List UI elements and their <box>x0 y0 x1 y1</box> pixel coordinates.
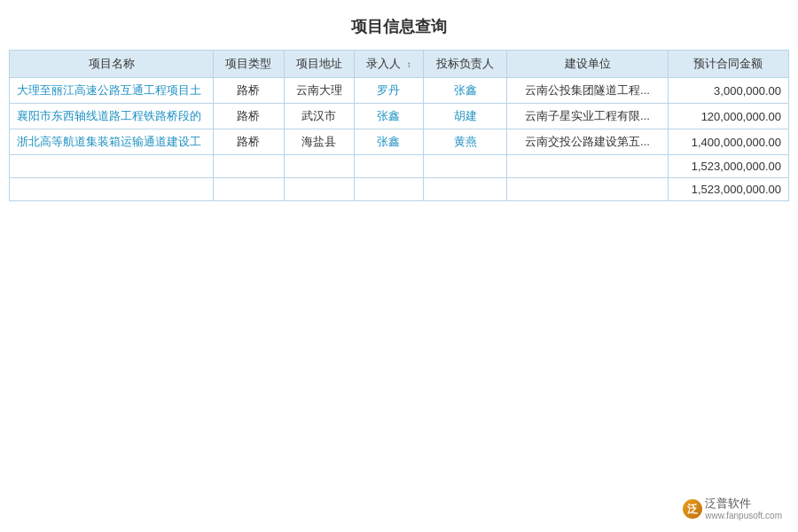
row1-amount: 3,000,000.00 <box>668 78 788 104</box>
row2-amount: 120,000,000.00 <box>668 104 788 129</box>
row1-address: 云南大理 <box>284 78 354 104</box>
row2-type: 路桥 <box>214 104 284 129</box>
col-header-bidder: 投标负责人 <box>423 51 506 78</box>
row2-recorder[interactable]: 张鑫 <box>355 104 424 129</box>
subtotal-empty2 <box>214 155 284 178</box>
row2-company: 云南子星实业工程有限... <box>507 104 669 129</box>
col-header-type: 项目类型 <box>214 51 284 78</box>
total-empty4 <box>355 178 424 201</box>
row2-address: 武汉市 <box>284 104 354 129</box>
brand-logo: 泛 泛普软件 www.fanpusoft.com <box>683 497 782 521</box>
subtotal-empty1 <box>10 155 214 178</box>
total-amount: 1,523,000,000.00 <box>668 178 788 201</box>
total-empty1 <box>10 178 214 201</box>
row3-recorder[interactable]: 张鑫 <box>355 129 424 155</box>
row1-type: 路桥 <box>214 78 284 104</box>
row2-name[interactable]: 襄阳市东西轴线道路工程铁路桥段的 <box>10 104 214 129</box>
col-header-amount: 预计合同金额 <box>668 51 788 78</box>
page-title: 项目信息查询 <box>0 0 798 50</box>
total-empty5 <box>423 178 506 201</box>
table-row: 浙北高等航道集装箱运输通道建设工 路桥 海盐县 张鑫 黄燕 云南交投公路建设第五… <box>10 129 789 155</box>
subtotal-row: 1,523,000,000.00 <box>10 155 789 178</box>
table-header-row: 项目名称 项目类型 项目地址 录入人 ↕ 投标负责人 建设单位 预计合同金额 <box>10 51 789 78</box>
table-row: 大理至丽江高速公路互通工程项目土 路桥 云南大理 罗丹 张鑫 云南公投集团隧道工… <box>10 78 789 104</box>
total-empty2 <box>214 178 284 201</box>
row3-type: 路桥 <box>214 129 284 155</box>
data-table: 项目名称 项目类型 项目地址 录入人 ↕ 投标负责人 建设单位 预计合同金额 大… <box>9 50 789 201</box>
col-header-address: 项目地址 <box>284 51 354 78</box>
footer-brand: 泛 泛普软件 www.fanpusoft.com <box>683 497 782 521</box>
brand-text: 泛普软件 www.fanpusoft.com <box>705 497 782 521</box>
col-header-name: 项目名称 <box>10 51 214 78</box>
total-empty3 <box>284 178 354 201</box>
subtotal-empty3 <box>284 155 354 178</box>
row3-bidder[interactable]: 黄燕 <box>423 129 506 155</box>
total-row: 1,523,000,000.00 <box>10 178 789 201</box>
table-row: 襄阳市东西轴线道路工程铁路桥段的 路桥 武汉市 张鑫 胡建 云南子星实业工程有限… <box>10 104 789 129</box>
sort-icon[interactable]: ↕ <box>407 59 411 69</box>
col-header-recorder[interactable]: 录入人 ↕ <box>355 51 424 78</box>
row3-company: 云南交投公路建设第五... <box>507 129 669 155</box>
total-empty6 <box>507 178 669 201</box>
subtotal-empty4 <box>355 155 424 178</box>
brand-url: www.fanpusoft.com <box>705 511 782 521</box>
row3-address: 海盐县 <box>284 129 354 155</box>
row3-name[interactable]: 浙北高等航道集装箱运输通道建设工 <box>10 129 214 155</box>
row2-bidder[interactable]: 胡建 <box>423 104 506 129</box>
row1-recorder[interactable]: 罗丹 <box>355 78 424 104</box>
subtotal-empty6 <box>507 155 669 178</box>
subtotal-amount: 1,523,000,000.00 <box>668 155 788 178</box>
row1-company: 云南公投集团隧道工程... <box>507 78 669 104</box>
row3-amount: 1,400,000,000.00 <box>668 129 788 155</box>
row1-name[interactable]: 大理至丽江高速公路互通工程项目土 <box>10 78 214 104</box>
subtotal-empty5 <box>423 155 506 178</box>
row1-bidder[interactable]: 张鑫 <box>423 78 506 104</box>
table-container: 项目名称 项目类型 项目地址 录入人 ↕ 投标负责人 建设单位 预计合同金额 大… <box>9 50 789 201</box>
brand-name: 泛普软件 <box>705 497 782 511</box>
brand-icon: 泛 <box>683 499 702 519</box>
col-header-company: 建设单位 <box>507 51 669 78</box>
